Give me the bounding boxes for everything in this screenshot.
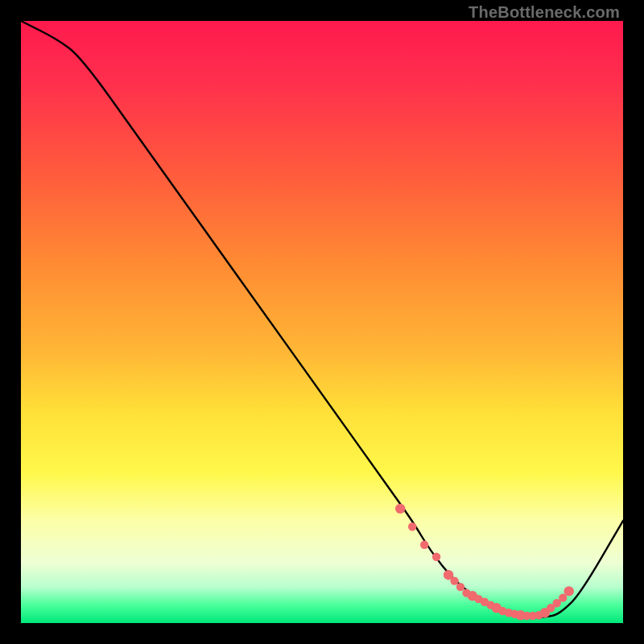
chart-stage: TheBottleneck.com xyxy=(0,0,644,644)
chart-markers xyxy=(395,504,574,621)
chart-marker xyxy=(395,504,405,514)
chart-marker xyxy=(432,553,440,561)
chart-marker xyxy=(420,541,428,549)
chart-curve xyxy=(21,21,623,617)
chart-marker xyxy=(408,522,416,530)
chart-marker xyxy=(450,576,458,584)
chart-svg xyxy=(21,21,623,623)
chart-marker xyxy=(564,586,574,596)
chart-plot-area xyxy=(21,21,623,623)
watermark-text: TheBottleneck.com xyxy=(469,3,620,22)
chart-marker xyxy=(456,583,464,591)
